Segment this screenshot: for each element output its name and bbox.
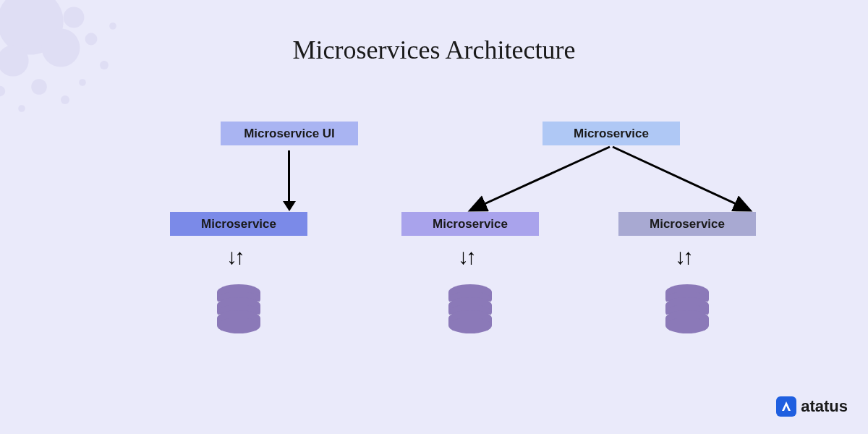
box-microservice-ui: Microservice UI xyxy=(221,122,358,145)
svg-point-5 xyxy=(0,86,5,96)
box-label: Microservice xyxy=(574,127,649,141)
svg-point-12 xyxy=(79,79,86,86)
database-icon xyxy=(445,284,495,334)
svg-line-14 xyxy=(613,147,749,210)
database-icon xyxy=(662,284,712,334)
svg-point-3 xyxy=(64,7,85,28)
svg-point-47 xyxy=(665,318,709,333)
svg-point-10 xyxy=(61,95,69,104)
svg-point-36 xyxy=(448,318,492,333)
box-label: Microservice xyxy=(433,217,508,231)
svg-line-13 xyxy=(472,147,610,210)
diagram-title: Microservices Architecture xyxy=(293,35,576,65)
bidirectional-arrows-icon: ↓↑ xyxy=(226,244,242,269)
arrow-line-ui-down xyxy=(288,150,290,203)
brand-logo-icon xyxy=(776,396,796,417)
database-icon xyxy=(213,284,264,334)
paint-splash-decoration xyxy=(0,0,152,152)
svg-point-1 xyxy=(42,29,80,67)
svg-point-25 xyxy=(217,318,260,333)
box-label: Microservice xyxy=(201,217,276,231)
bidirectional-arrows-icon: ↓↑ xyxy=(458,244,474,269)
brand-logo-text: atatus xyxy=(801,397,848,416)
bidirectional-arrows-icon: ↓↑ xyxy=(675,244,691,269)
box-microservice-top: Microservice xyxy=(542,122,680,145)
box-label: Microservice UI xyxy=(244,127,335,141)
box-label: Microservice xyxy=(650,217,725,231)
svg-point-4 xyxy=(85,33,98,46)
svg-point-7 xyxy=(100,61,109,69)
brand-logo: atatus xyxy=(776,396,848,417)
svg-point-9 xyxy=(18,105,25,112)
arrow-head-ui-down xyxy=(283,201,296,211)
svg-point-8 xyxy=(109,22,116,30)
box-microservice-1: Microservice xyxy=(170,212,307,236)
svg-point-6 xyxy=(31,79,47,95)
box-microservice-3: Microservice xyxy=(618,212,756,236)
box-microservice-2: Microservice xyxy=(401,212,539,236)
